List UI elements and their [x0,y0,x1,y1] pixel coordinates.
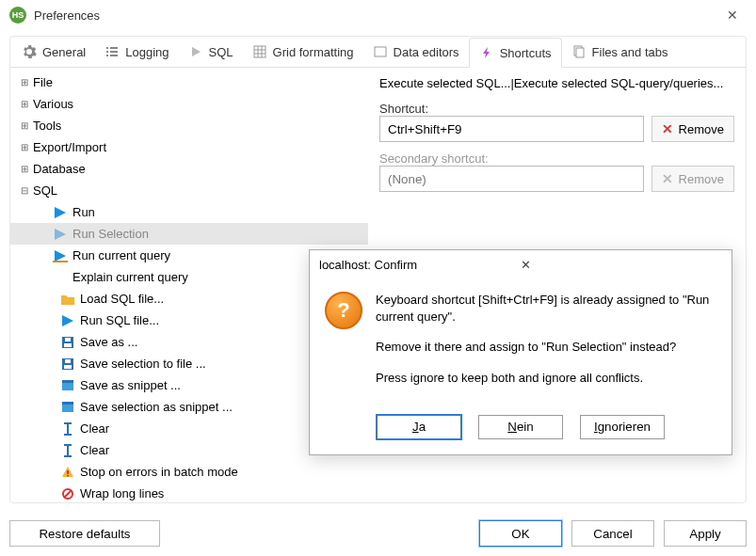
svg-rect-23 [64,444,72,446]
close-icon[interactable]: ✕ [718,8,747,23]
cursor-icon [59,422,76,436]
footer: Restore defaults OK Cancel Apply [0,511,756,556]
save-icon [59,357,76,371]
tab-grid[interactable]: Grid formatting [243,37,363,67]
remove-secondary-button[interactable]: ✕Remove [651,166,734,192]
tree-item-stop-on-errors[interactable]: Stop on errors in batch mode [10,461,368,483]
cursor-icon [59,444,76,457]
tree-item-wrap-long-lines[interactable]: Wrap long lines [10,483,368,502]
svg-rect-8 [53,261,68,262]
expand-icon[interactable]: ⊞ [18,76,31,89]
svg-rect-17 [62,404,73,412]
yes-button[interactable]: Ja [377,415,461,439]
svg-rect-20 [64,422,72,424]
expand-icon[interactable]: ⊞ [18,163,31,176]
svg-rect-24 [64,455,72,457]
snippet-icon [59,379,76,392]
snippet-icon [59,401,76,414]
shortcut-input[interactable] [379,116,644,142]
collapse-icon[interactable]: ⊟ [18,184,31,198]
svg-rect-0 [254,46,265,57]
tab-shortcuts[interactable]: Shortcuts [469,38,562,68]
tab-general[interactable]: General [12,37,95,67]
no-button[interactable]: Nein [478,415,563,439]
play-icon [52,228,69,241]
question-icon: ? [325,292,362,329]
window-title: Preferences [34,8,718,23]
svg-rect-16 [62,380,73,383]
x-icon: ✕ [662,171,673,186]
wrap-icon [59,487,76,500]
svg-rect-15 [62,382,73,390]
tree-item-run-selection[interactable]: Run Selection [10,223,368,245]
svg-rect-18 [62,402,73,405]
svg-rect-19 [67,423,69,435]
expand-icon[interactable]: ⊞ [18,119,31,133]
play-line-icon [52,249,69,262]
tree-item-various[interactable]: ⊞Various [10,93,368,115]
x-icon: ✕ [662,121,673,136]
app-icon: HS [9,7,26,24]
tab-label: General [42,45,86,59]
svg-rect-13 [64,365,72,369]
cancel-button[interactable]: Cancel [571,520,654,547]
dialog-message: Keyboard shortcut [Shift+Ctrl+F9] is alr… [376,292,716,400]
shortcut-description: Execute selected SQL...|Execute selected… [379,75,734,92]
apply-button[interactable]: Apply [664,520,747,547]
svg-line-28 [64,490,72,498]
svg-rect-5 [375,47,386,56]
restore-defaults-button[interactable]: Restore defaults [9,520,160,547]
tree-item-file[interactable]: ⊞File [10,71,368,93]
play-icon [188,44,203,59]
svg-rect-10 [64,343,72,347]
remove-shortcut-button[interactable]: ✕Remove [651,116,734,142]
tree-item-tools[interactable]: ⊞Tools [10,115,368,136]
tree-item-export-import[interactable]: ⊞Export/Import [10,136,368,158]
list-icon [105,44,120,59]
tab-sql[interactable]: SQL [179,37,243,67]
tree-item-sql[interactable]: ⊟SQL [10,180,368,201]
tabs: General Logging SQL Grid formatting Data… [10,37,746,67]
warning-icon [59,466,76,479]
ok-button[interactable]: OK [479,520,562,547]
confirm-dialog: localhost: Confirm ✕ ? Keyboard shortcut… [309,249,732,455]
expand-icon[interactable]: ⊞ [18,141,31,154]
tab-label: Shortcuts [500,46,552,60]
edit-icon [373,44,388,59]
secondary-shortcut-input[interactable] [379,166,644,192]
gear-icon [22,44,37,59]
svg-rect-22 [67,445,69,456]
svg-rect-7 [576,48,584,57]
file-icon [571,44,587,59]
svg-rect-21 [64,434,72,436]
close-icon[interactable]: ✕ [521,258,722,272]
svg-rect-25 [67,470,69,474]
play-icon [59,314,76,327]
bolt-icon [479,45,494,60]
svg-rect-11 [65,338,71,342]
ignore-button[interactable]: Ignorieren [580,415,665,439]
svg-rect-14 [65,359,71,363]
tab-logging[interactable]: Logging [95,37,178,67]
grid-icon [252,44,267,59]
tab-label: Logging [125,45,169,59]
expand-icon[interactable]: ⊞ [18,98,31,111]
svg-rect-26 [67,475,69,477]
tab-label: Data editors [394,45,459,59]
tab-label: SQL [209,45,233,59]
shortcut-label: Shortcut: [379,102,734,116]
tab-data-editors[interactable]: Data editors [363,37,469,67]
tab-files[interactable]: Files and tabs [562,37,678,67]
folder-icon [59,293,76,306]
tree-item-run[interactable]: Run [10,201,368,223]
tab-label: Files and tabs [592,45,668,59]
save-icon [59,336,76,349]
tree-item-database[interactable]: ⊞Database [10,158,368,180]
play-icon [52,206,69,219]
tab-label: Grid formatting [273,45,354,59]
secondary-shortcut-label: Secondary shortcut: [379,151,734,166]
dialog-title: localhost: Confirm [319,258,521,272]
